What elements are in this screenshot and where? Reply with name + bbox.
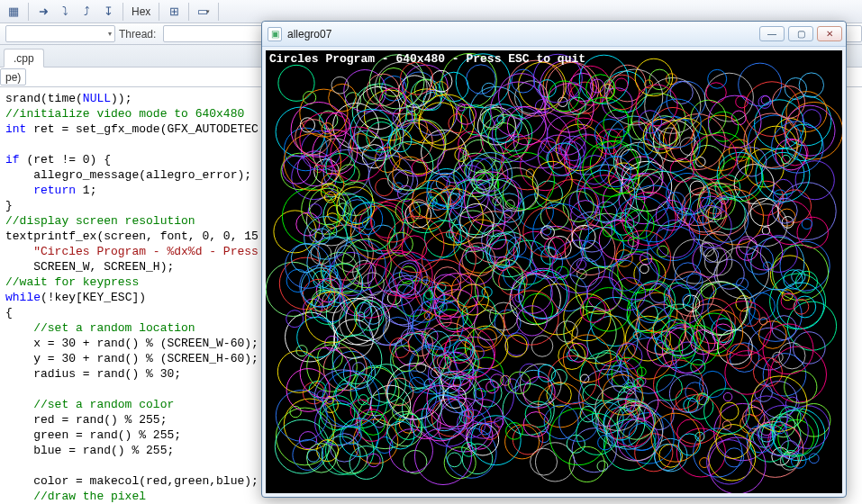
svg-point-446 [467,65,496,94]
svg-point-526 [505,335,527,356]
svg-point-649 [604,75,640,109]
code-line: blue = rand() % 255; [5,444,174,457]
code-line: while(!key[KEY_ESC]) [5,291,146,304]
svg-point-566 [797,217,828,248]
svg-point-454 [544,405,578,439]
svg-point-864 [616,344,642,369]
code-line: //wait for keypress [5,275,139,289]
minimize-button[interactable]: — [759,26,785,41]
svg-point-724 [458,284,488,315]
svg-point-783 [549,356,597,404]
svg-point-491 [673,239,717,284]
hex-toggle-label[interactable]: Hex [128,5,154,18]
svg-point-37 [597,461,608,472]
circles-graphic [266,50,842,493]
svg-point-741 [458,368,514,423]
code-line: allegro_message(allegro_error); [5,168,251,182]
svg-point-782 [640,265,649,274]
step-into-button[interactable]: ➜ [33,2,53,22]
code-line: radius = rand() % 30; [5,367,181,381]
svg-point-781 [291,244,320,273]
svg-point-863 [402,236,427,261]
svg-point-407 [736,95,749,108]
allegro-output-window[interactable]: ▣ allegro07 — ▢ ✕ Circles Program - 640x… [261,21,847,498]
code-line: //display screen resolution [5,214,195,228]
svg-point-829 [580,297,605,322]
maximize-button[interactable]: ▢ [788,26,813,41]
svg-point-769 [321,396,355,430]
svg-point-202 [618,252,659,293]
svg-point-383 [603,88,633,118]
svg-point-163 [359,202,409,250]
svg-point-114 [531,336,553,357]
toolbar-dropdown-button[interactable]: ▭▾ [194,2,213,22]
step-over-button[interactable]: ⤵ [55,2,75,22]
svg-point-636 [707,440,752,484]
svg-point-132 [595,202,617,223]
svg-point-712 [794,332,826,364]
code-line: return 1; [5,184,96,197]
svg-point-516 [759,318,767,325]
svg-point-356 [367,454,381,467]
code-line: green = rand() % 255; [5,428,181,442]
svg-point-880 [679,326,719,365]
toolbar-separator [218,3,219,21]
code-line: int ret = set_gfx_mode(GFX_AUTODETEC [5,122,259,136]
svg-point-388 [708,69,727,88]
svg-point-612 [487,232,532,277]
svg-point-692 [282,156,311,184]
process-combo[interactable]: ▾ [5,25,115,42]
svg-point-373 [311,244,331,265]
svg-point-843 [678,434,700,455]
code-line: { [5,306,13,320]
svg-point-128 [276,408,333,465]
svg-point-867 [689,205,731,248]
scope-combo[interactable]: pe) [0,68,26,86]
code-line: //set a random color [5,398,174,411]
svg-point-400 [778,190,812,222]
step-button[interactable]: ↧ [98,2,118,22]
svg-point-457 [758,405,809,455]
code-line: if (ret != 0) { [5,153,111,166]
svg-point-846 [697,310,743,356]
svg-point-800 [425,291,433,299]
window-title: allegro07 [287,28,754,40]
svg-point-779 [802,219,812,229]
svg-point-253 [676,428,725,477]
svg-point-448 [475,388,485,399]
step-out-button[interactable]: ⤴ [77,2,96,22]
code-line: } [5,199,13,212]
svg-point-249 [761,95,770,104]
code-line: //set a random location [5,321,195,335]
title-bar[interactable]: ▣ allegro07 — ▢ ✕ [262,22,846,47]
file-tab[interactable]: .cpp [4,49,44,68]
code-line: y = 30 + rand() % (SCREEN_H-60); [5,352,259,365]
close-button[interactable]: ✕ [817,26,842,41]
svg-point-506 [439,72,468,102]
svg-point-706 [619,343,635,359]
svg-point-647 [683,295,699,311]
thread-label: Thread: [119,28,156,40]
svg-point-766 [708,95,761,148]
toolbar-button[interactable]: ⊞ [164,2,184,22]
svg-point-585 [795,271,817,292]
svg-point-406 [670,81,693,104]
svg-point-486 [414,428,471,485]
svg-point-73 [466,246,484,264]
svg-point-642 [340,165,360,185]
svg-point-670 [750,198,778,226]
svg-point-270 [419,103,462,145]
svg-point-545 [277,351,320,393]
svg-point-397 [762,227,769,234]
toolbar-button[interactable]: ▦ [4,2,23,22]
svg-point-495 [785,105,835,156]
svg-point-95 [587,277,622,310]
svg-point-728 [387,216,444,273]
svg-point-722 [307,450,319,462]
svg-point-294 [422,232,476,286]
svg-point-870 [564,306,616,358]
svg-point-814 [531,448,558,475]
svg-point-788 [643,119,677,153]
svg-point-812 [449,114,467,133]
svg-point-364 [778,183,836,240]
